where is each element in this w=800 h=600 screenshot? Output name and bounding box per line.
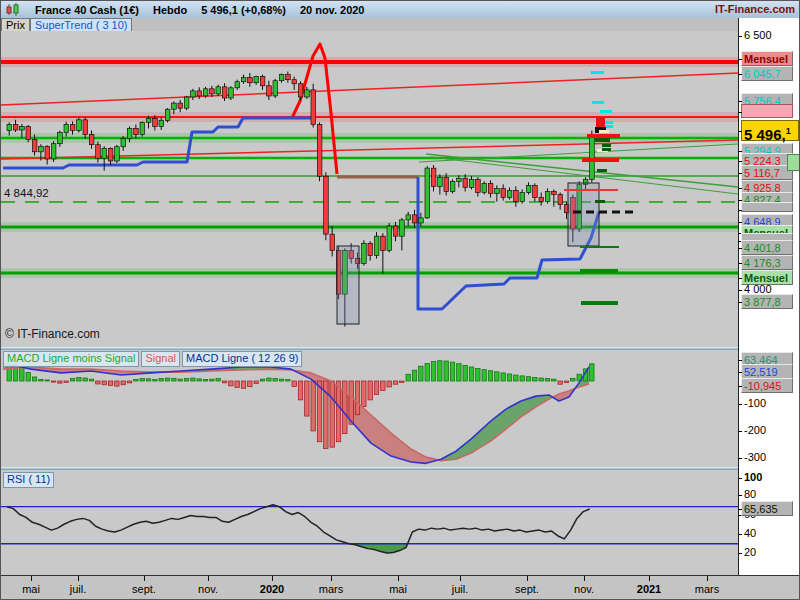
time-label: nov. — [198, 583, 218, 595]
rsi-legend: RSI ( 11) — [3, 472, 54, 488]
tab-prix[interactable]: Prix — [1, 18, 30, 31]
instrument-name: France 40 Cash (1€) — [35, 4, 139, 16]
axis-tick — [738, 290, 742, 291]
axis-tick — [738, 553, 742, 554]
tab-row: Prix SuperTrend ( 3 10) — [1, 18, 800, 31]
axis-tick — [738, 151, 742, 152]
axis-label: 4 401,8 — [741, 240, 793, 255]
time-tick — [649, 576, 650, 581]
tab-supertrend[interactable]: SuperTrend ( 3 10) — [30, 18, 133, 31]
macd-line-legend[interactable]: MACD Ligne ( 12 26 9) — [182, 351, 303, 367]
axis-tick — [738, 210, 742, 211]
axis-label: 20 — [744, 545, 756, 560]
date-label: 20 nov. 2020 — [300, 4, 365, 16]
timeframe-label: Hebdo — [153, 4, 187, 16]
axis-tick — [738, 263, 742, 264]
axis-tick — [738, 458, 742, 459]
axis-tick — [738, 478, 742, 479]
axis-label: -200 — [744, 423, 766, 438]
axis-tick — [738, 302, 742, 303]
time-label: 2021 — [637, 583, 661, 595]
axis-tick — [738, 372, 742, 373]
axis-tick — [738, 509, 742, 510]
axis-tick — [738, 131, 742, 132]
chart-window: France 40 Cash (1€) Hebdo 5 496,1 (+0,68… — [0, 0, 800, 600]
axis-tick — [738, 112, 742, 113]
axis-tick — [738, 59, 742, 60]
axis-label: 6 045,7 — [741, 66, 793, 81]
time-label: mai — [22, 583, 40, 595]
time-tick — [527, 576, 528, 581]
rsi-chart-canvas[interactable] — [1, 470, 738, 575]
hidden-label-sliver — [787, 154, 800, 171]
time-label: 2020 — [260, 583, 284, 595]
axis-tick — [738, 101, 742, 102]
axis-tick — [738, 248, 742, 249]
axis-label: 6 500 — [744, 28, 772, 43]
axis-label: 5 496,1 — [741, 120, 799, 141]
macd-chart-canvas[interactable] — [1, 350, 738, 467]
macd-signal-legend[interactable]: Signal — [141, 351, 180, 367]
copyright-watermark: © IT-Finance.com — [5, 327, 100, 341]
axis-tick — [738, 36, 742, 37]
time-tick — [584, 576, 585, 581]
time-tick — [208, 576, 209, 581]
time-label: juil. — [452, 583, 469, 595]
time-label: juil. — [70, 583, 87, 595]
time-label: nov. — [574, 583, 594, 595]
price-axis[interactable]: 6 500Mensuel6 045,75 756,45 496,15 294,9… — [738, 18, 800, 575]
axis-label: 100 — [744, 470, 762, 485]
time-label: mai — [389, 583, 407, 595]
axis-tick — [738, 74, 742, 75]
time-label: sept. — [515, 583, 539, 595]
axis-label: 65,635 — [741, 501, 793, 516]
price-level-left-label: 4 844,92 — [4, 187, 49, 199]
price-chart-canvas[interactable] — [1, 31, 738, 347]
axis-label: 40 — [744, 526, 756, 541]
axis-label: -10,945 — [741, 378, 793, 393]
macd-legend: MACD Ligne moins Signal Signal MACD Lign… — [3, 351, 302, 367]
axis-tick — [738, 404, 742, 405]
axis-label: 3 877,8 — [741, 294, 793, 309]
axis-tick — [738, 386, 742, 387]
axis-tick — [738, 222, 742, 223]
axis-label — [741, 104, 793, 118]
time-tick — [31, 576, 32, 581]
axis-tick — [738, 360, 742, 361]
axis-tick — [738, 534, 742, 535]
axis-label: 4 176,3 — [741, 255, 793, 270]
axis-label: 5 116,7 — [741, 165, 793, 180]
axis-tick — [738, 278, 742, 279]
time-tick — [78, 576, 79, 581]
axis-tick — [738, 200, 742, 201]
axis-tick — [738, 431, 742, 432]
time-label: sept. — [132, 583, 156, 595]
brand-link[interactable]: IT-Finance.com — [715, 3, 795, 15]
axis-label: Mensuel — [741, 51, 793, 66]
axis-tick — [738, 161, 742, 162]
time-tick — [460, 576, 461, 581]
axis-label: 52,519 — [741, 364, 793, 379]
time-label: mars — [319, 583, 343, 595]
macd-hist-legend[interactable]: MACD Ligne moins Signal — [3, 351, 139, 367]
time-label: mars — [695, 583, 719, 595]
time-tick — [331, 576, 332, 581]
rsi-legend-chip[interactable]: RSI ( 11) — [3, 472, 54, 488]
axis-label: 80 — [744, 487, 756, 502]
axis-label — [741, 202, 793, 212]
axis-tick — [738, 173, 742, 174]
time-axis[interactable]: maijuil.sept.nov.2020marsmaijuil.sept.no… — [1, 575, 800, 600]
time-tick — [707, 576, 708, 581]
time-tick — [144, 576, 145, 581]
axis-label: -100 — [744, 396, 766, 411]
candlestick-icon — [5, 3, 21, 16]
axis-tick — [738, 495, 742, 496]
axis-tick — [738, 188, 742, 189]
quote-label: 5 496,1 (+0,68%) — [201, 4, 286, 16]
axis-label: -300 — [744, 450, 766, 465]
time-tick — [272, 576, 273, 581]
title-bar: France 40 Cash (1€) Hebdo 5 496,1 (+0,68… — [1, 1, 800, 19]
time-tick — [398, 576, 399, 581]
